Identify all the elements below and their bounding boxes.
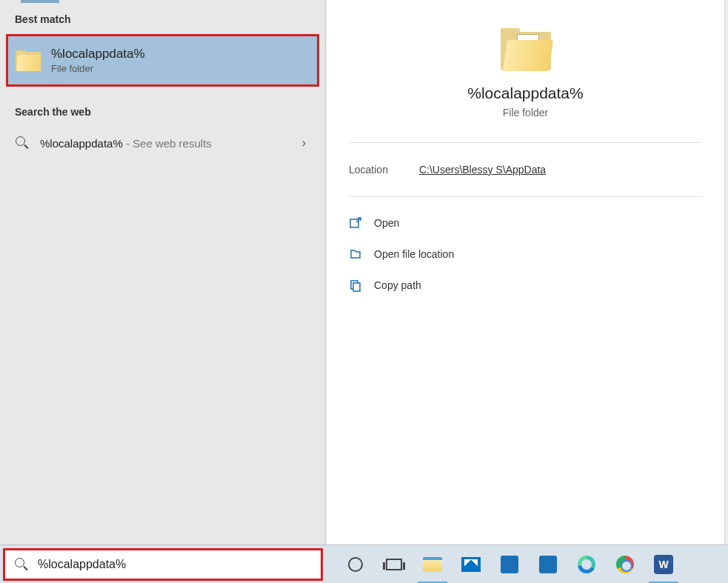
chevron-right-icon: › [302, 136, 310, 150]
preview-actions: Open Open file location Copy path [327, 197, 724, 311]
best-match-subtitle: File folder [51, 63, 145, 74]
scrollbar[interactable] [724, 0, 728, 544]
svg-rect-2 [353, 283, 360, 291]
taskbar-icons: W [336, 545, 683, 584]
task-view-icon [386, 559, 402, 570]
copy-path-label: Copy path [374, 279, 421, 291]
cortana-icon [348, 557, 363, 572]
file-explorer-button[interactable] [413, 545, 452, 584]
folder-icon [16, 50, 41, 71]
edge-icon [578, 556, 595, 573]
mail-icon [461, 557, 481, 572]
cortana-button[interactable] [336, 545, 375, 584]
search-web-header: Search the web [0, 93, 325, 127]
open-icon [349, 216, 362, 230]
dell-app-button[interactable] [490, 545, 529, 584]
open-file-location-action[interactable]: Open file location [349, 239, 702, 270]
folder-location-icon [349, 247, 362, 261]
edge-button[interactable] [567, 545, 606, 584]
preview-title: %localappdata% [341, 84, 709, 102]
web-result-text: %localappdata% - See web results [40, 137, 292, 150]
best-match-text: %localappdata% File folder [51, 47, 145, 74]
folder-icon [501, 28, 551, 71]
best-match-title: %localappdata% [51, 47, 145, 61]
search-icon [15, 136, 30, 150]
mail-button[interactable] [452, 545, 490, 584]
web-result-term: %localappdata% [40, 137, 123, 150]
task-view-button[interactable] [375, 545, 413, 584]
web-result-suffix: - See web results [123, 137, 212, 150]
preview-subtitle: File folder [341, 107, 709, 119]
search-scope-indicator [21, 0, 59, 3]
open-action[interactable]: Open [349, 207, 702, 239]
copy-icon [349, 279, 362, 292]
taskbar: W [0, 544, 728, 583]
web-search-result[interactable]: %localappdata% - See web results › [0, 127, 325, 159]
result-preview-panel: %localappdata% File folder Location C:\U… [327, 0, 724, 544]
search-results-panel: Best match %localappdata% File folder Se… [0, 0, 326, 544]
word-button[interactable]: W [644, 545, 683, 584]
preview-header: %localappdata% File folder [327, 0, 724, 142]
location-label: Location [349, 164, 388, 176]
open-file-location-label: Open file location [374, 248, 454, 260]
app-icon [539, 556, 557, 573]
word-icon: W [654, 555, 673, 574]
file-explorer-icon [423, 557, 442, 572]
chrome-button[interactable] [606, 545, 644, 584]
taskbar-search-box[interactable] [3, 548, 323, 581]
app-button[interactable] [529, 545, 567, 584]
chrome-icon [616, 556, 634, 573]
location-row: Location C:\Users\Blessy S\AppData [327, 143, 724, 196]
search-input[interactable] [38, 558, 312, 571]
location-path-link[interactable]: C:\Users\Blessy S\AppData [419, 164, 546, 176]
copy-path-action[interactable]: Copy path [349, 270, 702, 301]
open-label: Open [374, 217, 399, 229]
best-match-result[interactable]: %localappdata% File folder [6, 34, 319, 87]
dell-icon [501, 556, 518, 573]
search-icon [14, 557, 29, 572]
best-match-header: Best match [0, 0, 325, 34]
